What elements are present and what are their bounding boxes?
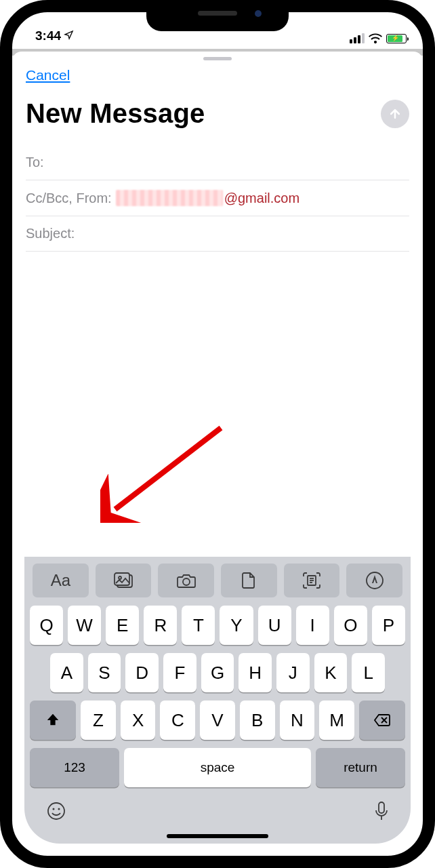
status-bar: 3:44 ⚡: [12, 12, 423, 45]
mic-icon: [374, 801, 389, 821]
cancel-button[interactable]: Cancel: [26, 67, 70, 83]
key-space[interactable]: space: [124, 748, 311, 787]
home-indicator[interactable]: [167, 834, 268, 838]
key-v[interactable]: V: [200, 701, 235, 740]
subject-field-row[interactable]: Subject:: [26, 216, 409, 252]
key-e[interactable]: E: [106, 606, 139, 645]
key-x[interactable]: X: [121, 701, 156, 740]
send-button[interactable]: [381, 100, 409, 128]
key-a[interactable]: A: [50, 653, 83, 692]
emoji-button[interactable]: [46, 801, 66, 826]
key-k[interactable]: K: [314, 653, 348, 692]
camera-icon: [176, 572, 196, 589]
key-g[interactable]: G: [201, 653, 234, 692]
notch-camera: [255, 10, 262, 17]
location-icon: [64, 28, 74, 43]
key-i[interactable]: I: [296, 606, 329, 645]
key-row-2: A S D F G H J K L: [28, 653, 407, 701]
key-w[interactable]: W: [68, 606, 101, 645]
insert-file-button[interactable]: [221, 564, 277, 597]
svg-point-10: [48, 803, 64, 819]
svg-rect-13: [379, 802, 384, 813]
emoji-icon: [46, 801, 66, 821]
compose-sheet: Cancel New Message To: Cc/Bcc, From: @gm…: [12, 52, 423, 856]
ccbcc-from-row[interactable]: Cc/Bcc, From: @gmail.com: [26, 180, 409, 216]
svg-point-11: [53, 808, 55, 810]
svg-point-4: [183, 578, 190, 585]
to-field-row[interactable]: To:: [26, 145, 409, 180]
annotation-arrow: [100, 421, 229, 523]
signal-icon: [350, 33, 365, 43]
message-body[interactable]: [12, 252, 423, 391]
document-icon: [241, 572, 256, 589]
keyboard-bottom-row: [28, 795, 407, 834]
key-u[interactable]: U: [258, 606, 291, 645]
markup-icon: [365, 571, 384, 590]
compose-toolbar: Aa: [28, 562, 407, 606]
from-email[interactable]: @gmail.com: [116, 190, 299, 206]
key-c[interactable]: C: [160, 701, 195, 740]
dictation-button[interactable]: [374, 801, 389, 826]
from-domain: @gmail.com: [224, 191, 299, 206]
wifi-icon: [369, 33, 382, 43]
key-q[interactable]: Q: [30, 606, 63, 645]
subject-label: Subject:: [26, 226, 75, 241]
key-t[interactable]: T: [182, 606, 215, 645]
svg-point-12: [58, 808, 60, 810]
ccbcc-label: Cc/Bcc, From:: [26, 191, 112, 206]
key-j[interactable]: J: [276, 653, 310, 692]
insert-photos-button[interactable]: [96, 564, 152, 597]
svg-rect-2: [115, 573, 129, 585]
svg-line-0: [115, 428, 221, 509]
key-m[interactable]: M: [319, 701, 354, 740]
key-d[interactable]: D: [125, 653, 159, 692]
battery-icon: ⚡: [386, 34, 407, 43]
backspace-icon: [373, 713, 391, 727]
key-shift[interactable]: [30, 701, 76, 740]
to-label: To:: [26, 155, 44, 170]
from-redacted: [116, 190, 223, 206]
shift-icon: [45, 713, 60, 728]
key-f[interactable]: F: [163, 653, 196, 692]
key-y[interactable]: Y: [220, 606, 253, 645]
photos-icon: [113, 572, 133, 589]
format-icon: Aa: [51, 571, 70, 590]
key-backspace[interactable]: [359, 701, 405, 740]
key-b[interactable]: B: [240, 701, 275, 740]
key-return[interactable]: return: [316, 748, 405, 787]
key-o[interactable]: O: [334, 606, 367, 645]
scan-icon: [302, 572, 321, 589]
key-h[interactable]: H: [239, 653, 272, 692]
key-row-3: Z X C V B N M: [28, 701, 407, 748]
status-time: 3:44: [35, 28, 61, 43]
keyboard: Aa: [24, 557, 411, 844]
camera-button[interactable]: [158, 564, 214, 597]
markup-button[interactable]: [346, 564, 402, 597]
key-numbers[interactable]: 123: [30, 748, 119, 787]
key-p[interactable]: P: [372, 606, 405, 645]
svg-point-9: [367, 572, 383, 589]
page-title: New Message: [26, 98, 205, 129]
key-row-4: 123 space return: [28, 748, 407, 795]
key-z[interactable]: Z: [81, 701, 116, 740]
key-n[interactable]: N: [280, 701, 315, 740]
key-l[interactable]: L: [352, 653, 385, 692]
key-r[interactable]: R: [144, 606, 177, 645]
format-button[interactable]: Aa: [33, 564, 89, 597]
key-row-1: Q W E R T Y U I O P: [28, 606, 407, 653]
key-s[interactable]: S: [88, 653, 121, 692]
scan-button[interactable]: [284, 564, 340, 597]
notch-speaker: [198, 11, 237, 16]
